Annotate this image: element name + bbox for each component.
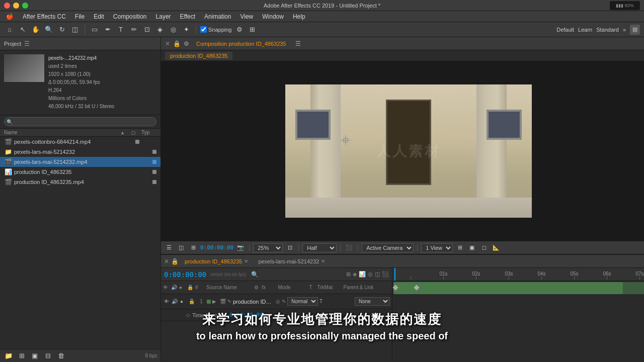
menu-animation[interactable]: Animation bbox=[200, 12, 235, 21]
clone-stamp[interactable]: ⊡ bbox=[141, 24, 152, 35]
menu-layer[interactable]: Layer bbox=[152, 12, 175, 21]
comp-header-menu-icon[interactable]: ☰ bbox=[295, 40, 301, 47]
quality-select[interactable]: HalfFullQuarter bbox=[302, 243, 337, 252]
menu-help[interactable]: Help bbox=[289, 12, 309, 21]
viewer-settings-icon[interactable]: ☰ bbox=[164, 243, 174, 253]
project-item-4[interactable]: 🎬 production ID_4863235.mp4 bbox=[0, 177, 160, 187]
search-input[interactable] bbox=[4, 117, 156, 126]
layer-solo-0[interactable]: ● bbox=[180, 299, 187, 304]
snapping-options[interactable]: ⚙ bbox=[234, 24, 245, 35]
menu-effect[interactable]: Effect bbox=[176, 12, 199, 21]
timeline-tab-0[interactable]: production ID_4863235 ✕ bbox=[181, 257, 252, 265]
unified-camera-tool[interactable]: ◫ bbox=[69, 24, 80, 35]
new-comp-icon[interactable]: ⊞ bbox=[16, 350, 27, 361]
snapping-toggle[interactable]: Snapping bbox=[200, 26, 232, 33]
comp-header-lock-icon[interactable]: 🔒 bbox=[173, 40, 181, 47]
timeline-tab-close-1[interactable]: ✕ bbox=[321, 258, 325, 264]
timeline-close-icon[interactable]: ✕ bbox=[164, 258, 169, 265]
timeline-cache-icon[interactable]: ⬛ bbox=[382, 271, 389, 278]
menu-composition[interactable]: Composition bbox=[109, 12, 151, 21]
col-name-header[interactable]: Name bbox=[4, 130, 121, 135]
playhead[interactable] bbox=[394, 268, 395, 281]
timeline-tracks[interactable] bbox=[392, 281, 644, 362]
layer-row-0[interactable]: 👁 🔊 ● 🔓 1 ▶ 🎬 ✎ production ID_4863235.mp… bbox=[161, 294, 392, 309]
timeline-parent-icon[interactable]: ◈ bbox=[353, 271, 357, 278]
timeline-current-time[interactable]: 0:00:00:00 bbox=[164, 270, 206, 279]
layer-expand-0[interactable]: ▶ bbox=[212, 299, 218, 304]
eraser-tool[interactable]: ◈ bbox=[154, 24, 166, 35]
rectangle-tool[interactable]: ▭ bbox=[89, 24, 100, 35]
workspace-options-icon[interactable]: ▤ bbox=[630, 25, 640, 35]
project-item-1[interactable]: 📁 pexels-lars-mai-5214232 bbox=[0, 147, 160, 157]
workspace-expand-icon[interactable]: » bbox=[623, 27, 626, 33]
home-icon[interactable]: ⌂ bbox=[4, 24, 15, 35]
menu-app[interactable]: After Effects CC bbox=[19, 12, 70, 21]
menu-view[interactable]: View bbox=[236, 12, 257, 21]
layer-audio-0[interactable]: 🔊 bbox=[172, 299, 179, 304]
comp-tab-main[interactable]: Composition production ID_4863235 bbox=[192, 40, 290, 48]
workspace-default[interactable]: Default bbox=[556, 27, 574, 33]
timeline-lock-icon[interactable]: 🔒 bbox=[171, 258, 179, 265]
minimize-button[interactable] bbox=[13, 3, 19, 9]
layer-mode-select-0[interactable]: Normal bbox=[287, 297, 318, 306]
project-panel-menu-icon[interactable]: ☰ bbox=[24, 40, 30, 47]
menu-apple[interactable]: 🍎 bbox=[2, 12, 18, 21]
footage-settings-icon[interactable]: ⊟ bbox=[42, 350, 53, 361]
timeline-search-icon[interactable]: 🔍 bbox=[251, 271, 259, 278]
project-item-2[interactable]: 🎬 pexels-lars-mai-5214232.mp4 bbox=[0, 157, 160, 167]
viewer-snapshot-icon[interactable]: 📷 bbox=[235, 243, 246, 253]
menu-edit[interactable]: Edit bbox=[90, 12, 108, 21]
viewer-transp-icon[interactable]: ◻ bbox=[479, 243, 489, 253]
composition-viewer[interactable]: 人人素材 bbox=[161, 61, 644, 241]
switch-0[interactable]: ◎ bbox=[276, 299, 280, 304]
col-type-header[interactable]: Typ bbox=[141, 130, 156, 135]
layer-lock-0[interactable]: 🔓 bbox=[189, 299, 196, 304]
comp-header-gear-icon[interactable]: ⚙ bbox=[184, 40, 189, 47]
timeline-draft-icon[interactable]: ◫ bbox=[375, 271, 380, 278]
timeline-tab-1[interactable]: pexels-lars-mai-5214232 ✕ bbox=[254, 257, 329, 265]
puppet-tool[interactable]: ✦ bbox=[181, 24, 192, 35]
rotate-tool[interactable]: ↻ bbox=[56, 24, 67, 35]
fullscreen-button[interactable] bbox=[22, 3, 28, 9]
comp-header-close-icon[interactable]: ✕ bbox=[165, 40, 170, 47]
project-item-0[interactable]: 🎬 pexels-cottonbro-6844214.mp4 bbox=[0, 137, 160, 147]
pen-tool[interactable]: ✒ bbox=[102, 24, 113, 35]
delete-icon[interactable]: 🗑 bbox=[55, 350, 66, 361]
workspace-standard[interactable]: Standard bbox=[596, 27, 619, 33]
layer-visibility-0[interactable]: 👁 bbox=[163, 299, 170, 304]
new-folder-icon[interactable]: 📁 bbox=[3, 350, 14, 361]
viewer-preview-icon[interactable]: ◫ bbox=[176, 243, 186, 253]
layer-parent-select-0[interactable]: None bbox=[355, 297, 390, 306]
workspace-learn[interactable]: Learn bbox=[578, 27, 592, 33]
timeline-stagger-icon[interactable]: ⊞ bbox=[346, 271, 351, 278]
text-tool[interactable]: T bbox=[115, 24, 126, 35]
new-solid-icon[interactable]: ▣ bbox=[29, 350, 40, 361]
viewer-3d-icon[interactable]: ▣ bbox=[467, 243, 477, 253]
viewer-rgb-icon[interactable]: ⬛ bbox=[344, 243, 354, 253]
views-select[interactable]: 1 View bbox=[421, 243, 453, 252]
col-video-icon: 👁 bbox=[163, 285, 170, 290]
zoom-select[interactable]: 25%50%100% bbox=[253, 243, 283, 252]
paint-tool[interactable]: ✏ bbox=[128, 24, 139, 35]
layer-pencil-0[interactable]: ✎ bbox=[227, 299, 231, 304]
selection-tool[interactable]: ↖ bbox=[17, 24, 28, 35]
menu-file[interactable]: File bbox=[71, 12, 89, 21]
viewer-rulers-icon[interactable]: 📐 bbox=[491, 243, 501, 253]
viewer-grid-icon[interactable]: ⊞ bbox=[188, 243, 198, 253]
roto-tool[interactable]: ◎ bbox=[168, 24, 179, 35]
align-tool[interactable]: ⊞ bbox=[247, 24, 258, 35]
camera-select[interactable]: Active Camera bbox=[362, 243, 414, 252]
footage-icon-2: 🎬 bbox=[4, 158, 12, 165]
hand-tool[interactable]: ✋ bbox=[30, 24, 41, 35]
close-button[interactable] bbox=[4, 3, 10, 9]
fit-icon[interactable]: ⊡ bbox=[285, 243, 295, 253]
timeline-tab-close-0[interactable]: ✕ bbox=[244, 258, 248, 264]
viewer-expand-icon[interactable]: ⊞ bbox=[455, 243, 465, 253]
project-item-3[interactable]: 📊 production ID_4863235 bbox=[0, 167, 160, 177]
timeline-graph-icon[interactable]: 📊 bbox=[359, 271, 366, 278]
timeline-motion-icon[interactable]: ◎ bbox=[368, 271, 373, 278]
zoom-tool[interactable]: 🔍 bbox=[43, 24, 54, 35]
menu-window[interactable]: Window bbox=[258, 12, 288, 21]
comp-name-tab[interactable]: production ID_4863235 bbox=[165, 52, 232, 60]
switch-1[interactable]: ✎ bbox=[282, 299, 286, 304]
